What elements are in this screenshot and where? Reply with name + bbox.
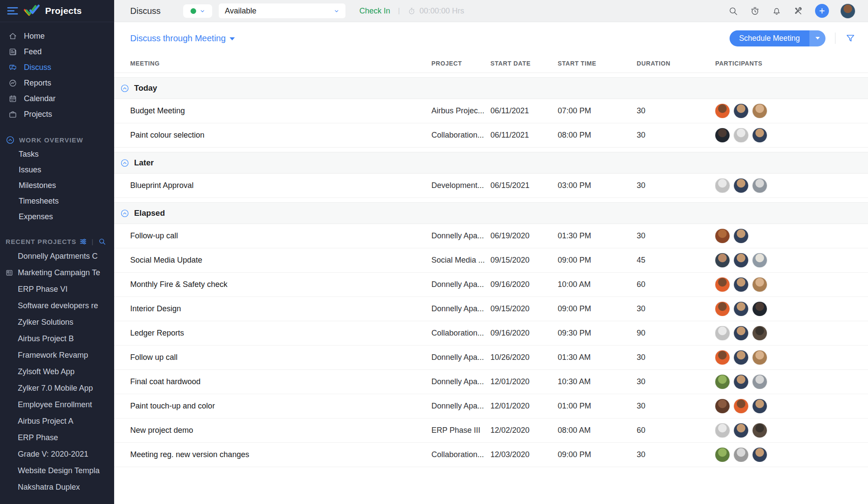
sidebar-item-reports[interactable]: Reports bbox=[0, 75, 114, 91]
duration: 60 bbox=[637, 280, 715, 289]
chevron-down-icon bbox=[334, 8, 339, 14]
meeting-name[interactable]: Meeting reg. new version changes bbox=[130, 450, 431, 459]
participants bbox=[715, 128, 868, 142]
participant-avatar bbox=[715, 277, 730, 292]
participant-avatar bbox=[734, 448, 748, 462]
sidebar-item-home[interactable]: Home bbox=[0, 28, 114, 44]
work-overview-header[interactable]: WORK OVERVIEW bbox=[0, 133, 114, 146]
participant-avatar bbox=[715, 375, 730, 389]
meeting-name[interactable]: Blueprint Approval bbox=[130, 181, 431, 190]
sidebar-item-tasks[interactable]: Tasks bbox=[0, 146, 114, 162]
meeting-row[interactable]: Ledger ReportsCollaboration...09/16/2020… bbox=[114, 321, 868, 346]
sidebar-project-item[interactable]: Grade V: 2020-2021 bbox=[0, 446, 114, 462]
sidebar-item-issues[interactable]: Issues bbox=[0, 162, 114, 178]
meeting-name[interactable]: Follow up call bbox=[130, 353, 431, 362]
meeting-row[interactable]: Final coat hardwoodDonnelly Apa...12/01/… bbox=[114, 370, 868, 394]
search-projects-icon[interactable] bbox=[98, 237, 106, 246]
meeting-row[interactable]: Follow up callDonnelly Apa...10/26/20200… bbox=[114, 346, 868, 370]
participant-avatar bbox=[715, 178, 730, 193]
timer-display: 00:00:00 Hrs bbox=[408, 7, 464, 16]
filter-funnel-icon[interactable] bbox=[845, 33, 856, 44]
sidebar-item-milestones[interactable]: Milestones bbox=[0, 178, 114, 193]
tools-icon[interactable] bbox=[793, 6, 803, 16]
column-header-duration: DURATION bbox=[637, 60, 715, 67]
sidebar-project-item[interactable]: Software developers re bbox=[0, 297, 114, 314]
availability-dropdown[interactable]: Available bbox=[219, 3, 345, 18]
view-selector[interactable]: Discuss through Meeting bbox=[130, 33, 235, 43]
sidebar-item-projects[interactable]: Projects bbox=[0, 106, 114, 122]
meeting-row[interactable]: Meeting reg. new version changesCollabor… bbox=[114, 443, 868, 467]
participants bbox=[715, 253, 868, 267]
meeting-name[interactable]: Budget Meeting bbox=[130, 106, 431, 115]
meeting-row[interactable]: Paint touch-up and colorDonnelly Apa...1… bbox=[114, 394, 868, 418]
recent-projects-label: RECENT PROJECTS bbox=[6, 238, 76, 245]
sidebar-item-feed[interactable]: Feed bbox=[0, 44, 114, 59]
sidebar-project-item[interactable]: Airbus Project A bbox=[0, 413, 114, 429]
timer-clock-icon[interactable] bbox=[750, 6, 760, 16]
sidebar-project-item[interactable]: Donnelly Apartments C bbox=[0, 248, 114, 264]
add-new-button[interactable]: + bbox=[815, 4, 829, 18]
briefcase-icon bbox=[8, 110, 17, 119]
check-in-button[interactable]: Check In bbox=[359, 7, 390, 16]
sidebar-project-item[interactable]: Marketing Campaign Te bbox=[0, 264, 114, 281]
meeting-name[interactable]: Follow-up call bbox=[130, 231, 431, 240]
participant-avatar bbox=[734, 104, 748, 118]
user-avatar[interactable] bbox=[841, 4, 855, 18]
meeting-row[interactable]: Blueprint ApprovalDevelopment...06/15/20… bbox=[114, 174, 868, 198]
collapse-section-icon[interactable] bbox=[120, 158, 129, 168]
sidebar-nav: Home Feed Discuss Reports Calendar Proje… bbox=[0, 28, 114, 122]
schedule-meeting-button[interactable]: Schedule Meeting bbox=[730, 30, 809, 46]
meeting-name[interactable]: Interior Design bbox=[130, 304, 431, 313]
meeting-row[interactable]: Budget MeetingAirbus Projec...06/11/2021… bbox=[114, 99, 868, 123]
duration: 30 bbox=[637, 131, 715, 140]
meeting-name[interactable]: Final coat hardwood bbox=[130, 377, 431, 386]
collapse-section-icon[interactable] bbox=[120, 209, 129, 218]
sidebar-project-item[interactable]: ERP Phase bbox=[0, 429, 114, 446]
participant-avatar bbox=[734, 399, 748, 413]
start-date: 06/11/2021 bbox=[490, 106, 558, 115]
meeting-row[interactable]: Paint colour selectionCollaboration...06… bbox=[114, 123, 868, 148]
participant-avatar bbox=[715, 399, 730, 413]
sidebar-project-item[interactable]: Zylker Solutions bbox=[0, 314, 114, 330]
sidebar-project-item[interactable]: Airbus Project B bbox=[0, 330, 114, 347]
sidebar-project-item[interactable]: Zylsoft Web App bbox=[0, 363, 114, 380]
meeting-row[interactable]: Interior DesignDonnelly Apa...09/15/2020… bbox=[114, 297, 868, 321]
meeting-row[interactable]: Social Media UpdateSocial Media ...09/15… bbox=[114, 248, 868, 273]
start-date: 12/01/2020 bbox=[490, 377, 558, 386]
participant-avatar bbox=[753, 302, 767, 316]
participants bbox=[715, 302, 868, 316]
section-header-today[interactable]: Today bbox=[114, 77, 868, 99]
sidebar-project-item[interactable]: Nakshatra Duplex bbox=[0, 479, 114, 495]
sidebar-item-timesheets[interactable]: Timesheets bbox=[0, 193, 114, 209]
meeting-name[interactable]: New project demo bbox=[130, 426, 431, 435]
meeting-name[interactable]: Monthly Fire & Safety check bbox=[130, 280, 431, 289]
sidebar-project-item[interactable]: ERP Phase VI bbox=[0, 281, 114, 297]
meeting-name[interactable]: Ledger Reports bbox=[130, 329, 431, 338]
meeting-row[interactable]: New project demoERP Phase III12/02/20200… bbox=[114, 418, 868, 443]
chevron-up-circle-icon[interactable] bbox=[6, 135, 15, 145]
project-name: Donnelly Apa... bbox=[431, 377, 490, 386]
sidebar-item-expenses[interactable]: Expenses bbox=[0, 209, 114, 224]
hamburger-menu-icon[interactable] bbox=[7, 6, 18, 16]
sidebar-item-calendar[interactable]: Calendar bbox=[0, 91, 114, 106]
meeting-name[interactable]: Social Media Update bbox=[130, 256, 431, 265]
meeting-row[interactable]: Follow-up callDonnelly Apa...06/19/20200… bbox=[114, 224, 868, 248]
section-header-later[interactable]: Later bbox=[114, 152, 868, 174]
meeting-row[interactable]: Monthly Fire & Safety checkDonnelly Apa.… bbox=[114, 273, 868, 297]
search-icon[interactable] bbox=[728, 6, 738, 16]
sidebar-project-label: Zylker 7.0 Mobile App bbox=[18, 384, 93, 393]
work-overview-label: WORK OVERVIEW bbox=[19, 136, 83, 144]
sidebar-project-item[interactable]: Framework Revamp bbox=[0, 347, 114, 363]
sidebar-project-item[interactable]: Zylker 7.0 Mobile App bbox=[0, 380, 114, 396]
section-header-elapsed[interactable]: Elapsed bbox=[114, 202, 868, 224]
meeting-name[interactable]: Paint colour selection bbox=[130, 131, 431, 140]
sidebar-project-item[interactable]: Employee Enrollment bbox=[0, 396, 114, 413]
filter-settings-icon[interactable] bbox=[79, 237, 87, 246]
notifications-bell-icon[interactable] bbox=[772, 6, 782, 16]
meeting-name[interactable]: Paint touch-up and color bbox=[130, 402, 431, 411]
presence-status-selector[interactable] bbox=[183, 4, 212, 18]
sidebar-project-item[interactable]: Website Design Templa bbox=[0, 462, 114, 479]
sidebar-item-discuss[interactable]: Discuss bbox=[0, 59, 114, 75]
schedule-meeting-dropdown-button[interactable] bbox=[809, 30, 825, 46]
collapse-section-icon[interactable] bbox=[120, 84, 129, 93]
